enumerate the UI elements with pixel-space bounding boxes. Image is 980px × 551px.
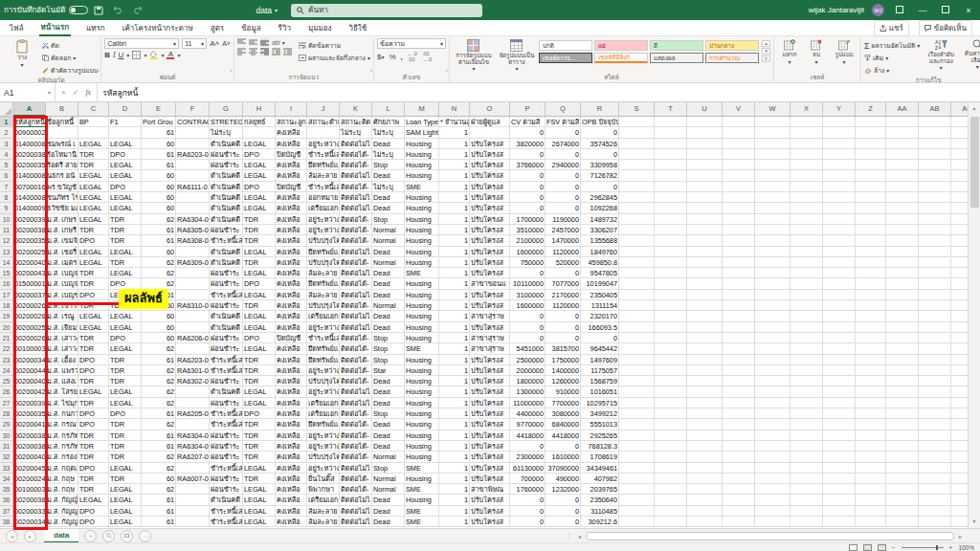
cell-I32[interactable]: คงเหลือ [276,452,307,462]
cell-K22[interactable]: ติดต่อได้- [340,343,372,354]
cell-N17[interactable]: 1 [439,290,470,300]
cell-G17[interactable]: ชำระหนี้เส [210,290,243,300]
cell-AA1[interactable] [886,117,919,127]
column-header-Z[interactable]: Z [856,102,886,116]
cell-Y38[interactable] [823,517,856,527]
cell-C25[interactable]: TDR [78,376,109,386]
cell-C14[interactable]: LEGAL [78,257,109,268]
cell-I38[interactable]: คงเหลือ [276,517,307,527]
cell-S20[interactable] [619,322,655,333]
cell-Q34[interactable]: 490000 [546,474,581,484]
cell-Q8[interactable]: 0 [546,192,581,203]
cell-H36[interactable]: LEGAL [243,495,276,505]
cell-V32[interactable] [723,452,755,462]
cell-AB13[interactable] [919,247,951,257]
cell-G6[interactable]: ดำเนินคดี [210,170,243,181]
cell-U12[interactable] [687,235,723,246]
cell-AA18[interactable] [886,300,919,311]
cell-S2[interactable] [619,127,655,138]
cell-E35[interactable]: 62 [142,484,176,495]
cell-N7[interactable]: 1 [439,182,470,192]
autosave-toggle[interactable]: การบันทึกอัตโนมัติ [4,4,88,16]
zoom-slider[interactable] [902,547,944,548]
cell-E10[interactable]: 62 [142,214,176,225]
cell-Q14[interactable]: 520000 [546,257,581,268]
cell-C34[interactable]: TDR [78,474,109,484]
cell-D8[interactable]: LEGAL [109,192,142,203]
cell-Z25[interactable] [856,376,886,386]
cell-AA28[interactable] [886,408,919,419]
cell-Q1[interactable]: FSV ตามสิ [546,117,581,127]
cell-G20[interactable]: ดำเนินคดี [210,322,243,333]
delete-cells-button[interactable]: ลบ▾ [805,38,828,65]
cell-D20[interactable]: LEGAL [109,322,142,333]
cell-C22[interactable]: TDR [78,343,109,354]
cell-M7[interactable]: SME [405,182,439,192]
cell-G3[interactable]: ดำเนินคดี [210,139,243,149]
cell-L23[interactable]: Stop [372,355,405,365]
tab-home[interactable]: หน้าแรก [39,20,72,36]
cell-A36[interactable]: 002000381 [13,495,46,505]
cell-P28[interactable]: 4400000 [510,408,546,419]
cell-B1[interactable]: ชื่อลูกหนี้ [46,117,78,127]
cell-C23[interactable]: DPO [78,355,109,365]
decrease-decimal-button[interactable]: .00→.0 [422,51,432,62]
cell-D23[interactable]: TDR [109,355,142,365]
cell-W26[interactable] [755,386,791,397]
cell-V36[interactable] [723,495,755,505]
cell-O11[interactable]: ปรับโครงส [470,225,510,235]
cell-U28[interactable] [687,408,723,419]
enter-entry-icon[interactable]: ✓ [73,88,79,97]
format-cells-button[interactable]: รูปแบบ▾ [831,38,858,65]
cell-A20[interactable]: 002000253 [13,322,46,333]
document-title[interactable]: data▾ [256,6,278,15]
cell-Z24[interactable] [856,365,886,376]
cell-C3[interactable]: LEGAL [78,139,109,149]
comments-button[interactable]: ข้อคิดเห็น [919,20,972,36]
cell-L20[interactable]: Dead [372,322,405,333]
cell-Z27[interactable] [856,398,886,408]
cell-AA29[interactable] [886,419,919,430]
cell-N24[interactable]: 1 [439,365,470,376]
restore-button[interactable] [938,6,953,15]
cell-G29[interactable]: ชำระหนี้เส [210,419,243,430]
cell-Z9[interactable] [856,203,886,213]
cell-R12[interactable]: 1355688 [581,235,619,246]
cell-J32[interactable]: ปรับปรุงโค [307,452,340,462]
row-header-34[interactable]: 34 [0,474,13,484]
cell-G38[interactable]: ชำระหนี้เส [210,517,243,527]
cell-U18[interactable] [687,300,723,311]
cell-M13[interactable]: Housing [405,247,439,257]
cell-style-neutral[interactable]: ปานกลาง [705,40,759,51]
cell-J34[interactable]: ยื่นโนติ๊ส [307,474,340,484]
cell-K4[interactable]: ติดต่อได้- [340,149,372,160]
italic-button[interactable]: I [113,51,116,59]
cell-F27[interactable] [176,398,210,408]
cell-J29[interactable]: ยึดทรัพย์แ [307,419,340,430]
cell-D7[interactable]: DPO [109,182,142,192]
cell-A26[interactable]: 002000420 [13,386,46,397]
cell-M6[interactable]: Housing [405,170,439,181]
cell-H31[interactable]: TDR [243,441,276,452]
cell-N33[interactable]: 1 [439,463,470,474]
cell-C30[interactable]: TDR [78,430,109,441]
cell-T10[interactable] [655,214,687,225]
zoom-level[interactable]: 100% [958,544,974,551]
cell-Z37[interactable] [856,506,886,517]
cell-U35[interactable] [687,484,723,495]
cell-AA34[interactable] [886,474,919,484]
cell-O14[interactable]: ปรับโครงส [470,257,510,268]
cell-A1[interactable]: รหัสลูกหนี้ [13,117,46,127]
cell-U38[interactable] [687,517,723,527]
cell-B28[interactable]: ม.ส. กนกว [46,408,78,419]
gallery-up-icon[interactable]: ▴ [762,40,770,47]
fill-button[interactable]: เติม▾ [864,53,920,63]
cell-N31[interactable]: 1 [439,441,470,452]
cell-A27[interactable]: 002000397 [13,398,46,408]
cell-Y5[interactable] [823,160,856,170]
cell-K38[interactable]: ติดต่อไม่ไ [340,517,372,527]
cell-X25[interactable] [791,376,823,386]
cell-I11[interactable]: คงเหลือ [276,225,307,235]
cell-O7[interactable]: ปรับโครงส [470,182,510,192]
page-break-view-icon[interactable] [878,544,886,551]
